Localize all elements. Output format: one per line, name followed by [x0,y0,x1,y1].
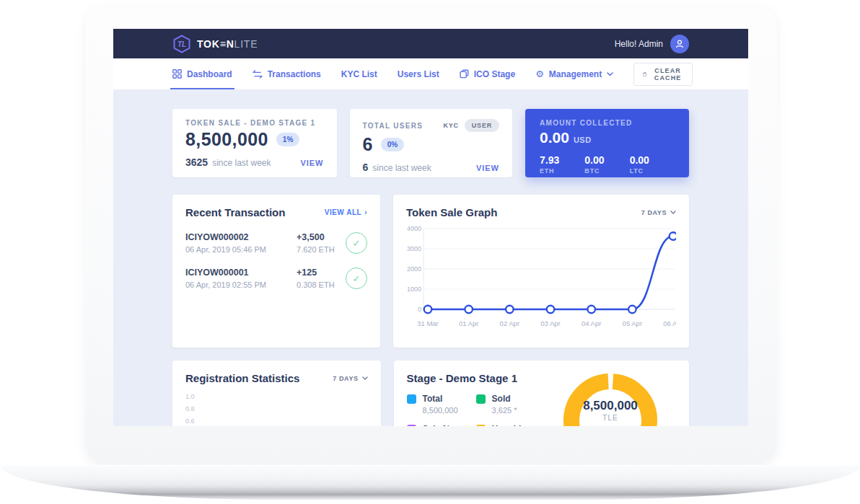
amount-ltc-unit: LTC [630,167,675,174]
recent-transactions-title: Recent Transaction [185,206,285,218]
tab-dashboard[interactable]: Dashboard [172,58,232,89]
axis-tick: 0.8 [185,405,368,417]
token-sale-view-link[interactable]: VIEW [300,159,323,167]
person-icon [675,39,685,49]
tx-confirmed-check-icon: ✓ [346,232,367,254]
tab-users-list[interactable]: Users List [398,58,439,89]
amount-usd-value: 0.00 [540,129,569,146]
tab-kyc-list[interactable]: KYC List [341,58,377,89]
recent-transactions-card: Recent Transaction VIEW ALL › ICIYOW0000… [172,195,380,348]
amount-ltc: 0.00 LTC [630,154,675,174]
amount-collected-label: AMOUNT COLLECTED [540,119,675,127]
trash-icon [643,70,646,79]
registration-statistics-title: Registration Statistics [185,372,299,384]
amount-btc: 0.00 BTC [584,154,629,174]
svg-text:3000: 3000 [407,245,421,252]
stage-summary-card: Stage - Demo Stage 1 Total 8,500,000 [394,361,689,426]
axis-tick: 0.6 [185,417,368,426]
tx-amount: +125 [297,268,346,278]
total-users-card: TOTAL USERS KYC USER 6 0% 6 since last w… [350,109,513,177]
svg-text:0: 0 [418,306,421,313]
dashboard-content: TOKEN SALE - DEMO STAGE 1 8,500,000 1% 3… [113,89,748,426]
legend-swatch-sold [476,394,486,404]
legend-label: Total [423,394,443,404]
tab-label: KYC List [341,69,377,79]
total-users-delta: 6 [363,162,369,173]
legend-label: Sale % [423,424,451,426]
tx-confirmed-check-icon: ✓ [346,268,367,289]
svg-text:8,500,000: 8,500,000 [583,399,638,412]
logo-text-light: LITE [234,38,258,50]
tokenlite-hexagon-icon: TL [172,35,191,53]
clear-cache-button[interactable]: CLEAR CACHE [633,63,693,86]
token-sale-card: TOKEN SALE - DEMO STAGE 1 8,500,000 1% 3… [172,109,337,177]
amount-eth-unit: ETH [540,167,584,174]
tab-transactions[interactable]: Transactions [253,58,321,89]
dashboard-screen: TL TOK≡NLITE Hello! Admin [113,29,748,426]
toggle-user-option[interactable]: USER [465,119,499,132]
registration-chart-axis: 1.0 0.8 0.6 [185,393,368,426]
chevron-right-icon: › [364,208,367,216]
svg-text:03 Apr: 03 Apr [540,319,560,327]
token-sale-caption: since last week [212,158,271,168]
toggle-kyc-option[interactable]: KYC [443,122,458,129]
tx-date: 06 Apr, 2019 05:46 PM [185,245,297,254]
svg-text:06 Apr: 06 Apr [663,319,676,327]
gear-icon: ⚙ [535,69,544,79]
graph-range-label: 7 DAYS [641,209,667,216]
chevron-down-icon [670,211,676,214]
chevron-down-icon [362,376,368,380]
transaction-row[interactable]: ICIYOW000001 06 Apr, 2019 02:55 PM +125 … [185,268,367,289]
kyc-user-toggle[interactable]: KYC USER [443,119,499,132]
transaction-row[interactable]: ICIYOW000002 06 Apr, 2019 05:46 PM +3,50… [185,232,367,254]
brand-logo[interactable]: TL TOK≡NLITE [172,35,258,53]
logo-text: TOK≡NLITE [197,38,258,50]
tab-management[interactable]: ⚙ Management [535,58,613,89]
legend-label: Unsold [492,424,522,426]
token-sale-delta: 3625 [185,156,208,168]
tx-id: ICIYOW000002 [185,232,297,242]
view-all-link[interactable]: VIEW ALL › [325,208,367,216]
legend-item-sale-pct: Sale % [407,424,476,426]
registration-statistics-card: Registration Statistics 7 DAYS 1.0 0.8 0… [172,361,381,426]
registration-range-label: 7 DAYS [333,375,358,382]
tab-label: ICO Stage [474,69,515,79]
svg-text:31 Mar: 31 Mar [417,319,439,327]
token-sale-value: 8,500,000 [185,129,268,150]
legend-label: Sold [492,394,511,404]
tx-id: ICIYOW000001 [185,268,297,278]
swap-arrows-icon [253,70,263,79]
legend-value: 3,625 * [492,406,563,415]
svg-text:TLE: TLE [602,414,618,422]
svg-text:1000: 1000 [407,286,421,293]
total-users-value: 6 [363,134,373,155]
chevron-down-icon [607,72,613,76]
graph-range-dropdown[interactable]: 7 DAYS [641,209,676,216]
axis-tick: 1.0 [185,393,368,405]
total-users-caption: since last week [372,163,431,173]
svg-text:02 Apr: 02 Apr [500,319,519,327]
amount-eth-value: 7.93 [540,154,584,166]
amount-usd-unit: USD [574,136,592,144]
total-users-view-link[interactable]: VIEW [476,164,499,172]
total-users-percent-badge: 0% [381,138,404,151]
total-users-label: TOTAL USERS [363,122,424,130]
amount-eth: 7.93 ETH [540,154,584,174]
page: TL TOK≡NLITE Hello! Admin [0,0,860,504]
tab-ico-stage[interactable]: ICO Stage [460,58,515,89]
clear-cache-label: CLEAR CACHE [653,67,683,81]
view-all-label: VIEW ALL [325,208,361,216]
grid-icon [172,69,182,79]
greeting-text: Hello! Admin [615,39,663,49]
nav-tabbar: Dashboard Transactions KYC List Users Li… [113,58,748,89]
token-sale-label: TOKEN SALE - DEMO STAGE 1 [185,119,315,127]
tab-label: Transactions [268,69,321,79]
svg-text:4000: 4000 [407,225,421,232]
legend-item-unsold: Unsold [476,424,563,426]
tab-label: Users List [398,69,439,79]
user-avatar[interactable] [670,35,689,53]
registration-range-dropdown[interactable]: 7 DAYS [333,375,367,382]
svg-text:04 Apr: 04 Apr [582,319,601,327]
svg-text:01 Apr: 01 Apr [459,319,478,327]
amount-btc-unit: BTC [584,167,629,174]
